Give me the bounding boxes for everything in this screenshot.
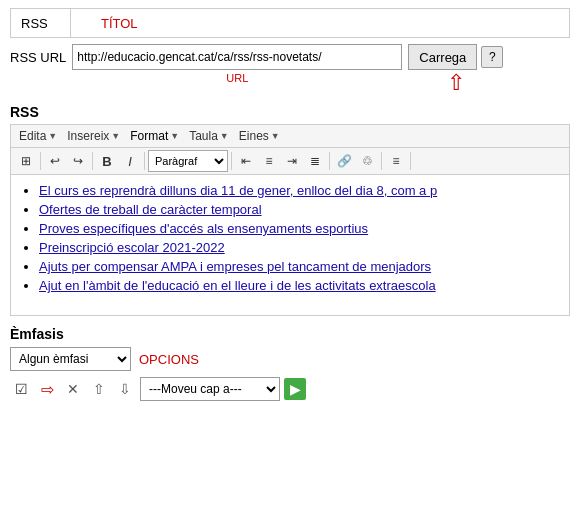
list-button[interactable]: ≡ — [385, 150, 407, 172]
separator-6 — [381, 152, 382, 170]
paragraph-select[interactable]: Paràgraf — [148, 150, 228, 172]
checkbox-icon[interactable]: ☑ — [10, 378, 32, 400]
down-icon[interactable]: ⇩ — [114, 378, 136, 400]
red-arrow-icon: ⇧ — [447, 72, 465, 94]
content-link-4[interactable]: Preinscripció escolar 2021-2022 — [39, 240, 225, 255]
menu-edita[interactable]: Edita ▼ — [15, 127, 61, 145]
undo-button[interactable]: ↩ — [44, 150, 66, 172]
emfasis-section: Èmfasis Algun èmfasi Cap èmfasi Negreta … — [10, 326, 570, 371]
separator-3 — [144, 152, 145, 170]
list-item: El curs es reprendrà dilluns dia 11 de g… — [39, 183, 559, 198]
content-link-2[interactable]: Ofertes de treball de caràcter temporal — [39, 202, 262, 217]
align-justify-button[interactable]: ≣ — [304, 150, 326, 172]
menu-taula[interactable]: Taula ▼ — [185, 127, 233, 145]
editor-toolbar: ⊞ ↩ ↪ B I Paràgraf ⇤ ≡ ⇥ ≣ 🔗 ♲ ≡ — [11, 148, 569, 175]
list-item: Preinscripció escolar 2021-2022 — [39, 240, 559, 255]
help-button[interactable]: ? — [481, 46, 503, 68]
red-arrow-bottom-icon[interactable]: ⇨ — [36, 378, 58, 400]
menu-eines[interactable]: Eines ▼ — [235, 127, 284, 145]
editor-content[interactable]: El curs es reprendrà dilluns dia 11 de g… — [11, 175, 569, 315]
carrega-arrow-col: Carrega ? ⇧ — [408, 44, 503, 94]
list-item: Proves específiques d'accés als ensenyam… — [39, 221, 559, 236]
list-item: Ofertes de treball de caràcter temporal — [39, 202, 559, 217]
bottom-bar: ☑ ⇨ ✕ ⇧ ⇩ ---Moveu cap a--- Inici Final … — [10, 377, 570, 401]
url-row: RSS URL URL Carrega ? ⇧ — [10, 44, 570, 94]
content-link-6[interactable]: Ajut en l'àmbit de l'educació en el lleu… — [39, 278, 436, 293]
rss-url-label: RSS URL — [10, 44, 66, 72]
content-list: El curs es reprendrà dilluns dia 11 de g… — [21, 183, 559, 293]
emfasis-select[interactable]: Algun èmfasi Cap èmfasi Negreta Cursiva … — [10, 347, 131, 371]
eines-caret: ▼ — [271, 131, 280, 141]
url-input-wrapper: URL — [72, 44, 402, 84]
editor-container: Edita ▼ Insereix ▼ Format ▼ Taula ▼ Eine… — [10, 124, 570, 316]
taula-caret: ▼ — [220, 131, 229, 141]
align-right-button[interactable]: ⇥ — [281, 150, 303, 172]
separator-7 — [410, 152, 411, 170]
rss-url-input[interactable] — [72, 44, 402, 70]
go-button[interactable]: ▶ — [284, 378, 306, 400]
menu-insereix[interactable]: Insereix ▼ — [63, 127, 124, 145]
emfasis-opcions-label: OPCIONS — [139, 352, 199, 367]
align-center-button[interactable]: ≡ — [258, 150, 280, 172]
table-icon[interactable]: ⊞ — [15, 150, 37, 172]
align-left-button[interactable]: ⇤ — [235, 150, 257, 172]
separator-5 — [329, 152, 330, 170]
up-icon[interactable]: ⇧ — [88, 378, 110, 400]
editor-menubar: Edita ▼ Insereix ▼ Format ▼ Taula ▼ Eine… — [11, 125, 569, 148]
content-link-1[interactable]: El curs es reprendrà dilluns dia 11 de g… — [39, 183, 437, 198]
rss-section-label: RSS — [10, 104, 570, 120]
content-link-3[interactable]: Proves específiques d'accés als ensenyam… — [39, 221, 368, 236]
insereix-caret: ▼ — [111, 131, 120, 141]
separator-2 — [92, 152, 93, 170]
format-caret: ▼ — [170, 131, 179, 141]
list-item: Ajut en l'àmbit de l'educació en el lleu… — [39, 278, 559, 293]
separator-1 — [40, 152, 41, 170]
delete-icon[interactable]: ✕ — [62, 378, 84, 400]
content-link-5[interactable]: Ajuts per compensar AMPA i empreses pel … — [39, 259, 431, 274]
carrega-button[interactable]: Carrega — [408, 44, 477, 70]
unlink-button[interactable]: ♲ — [356, 150, 378, 172]
top-header-row: RSS TÍTOL — [10, 8, 570, 38]
separator-4 — [231, 152, 232, 170]
titol-header-label: TÍTOL — [71, 16, 138, 31]
rss-header-label: RSS — [11, 9, 71, 37]
list-item: Ajuts per compensar AMPA i empreses pel … — [39, 259, 559, 274]
emfasis-row: Algun èmfasi Cap èmfasi Negreta Cursiva … — [10, 347, 570, 371]
emfasis-title: Èmfasis — [10, 326, 570, 342]
italic-button[interactable]: I — [119, 150, 141, 172]
move-select[interactable]: ---Moveu cap a--- Inici Final Amunt Aval… — [140, 377, 280, 401]
bold-button[interactable]: B — [96, 150, 118, 172]
menu-format[interactable]: Format ▼ — [126, 127, 183, 145]
url-sublabel: URL — [226, 72, 248, 84]
edita-caret: ▼ — [48, 131, 57, 141]
link-button[interactable]: 🔗 — [333, 150, 355, 172]
redo-button[interactable]: ↪ — [67, 150, 89, 172]
